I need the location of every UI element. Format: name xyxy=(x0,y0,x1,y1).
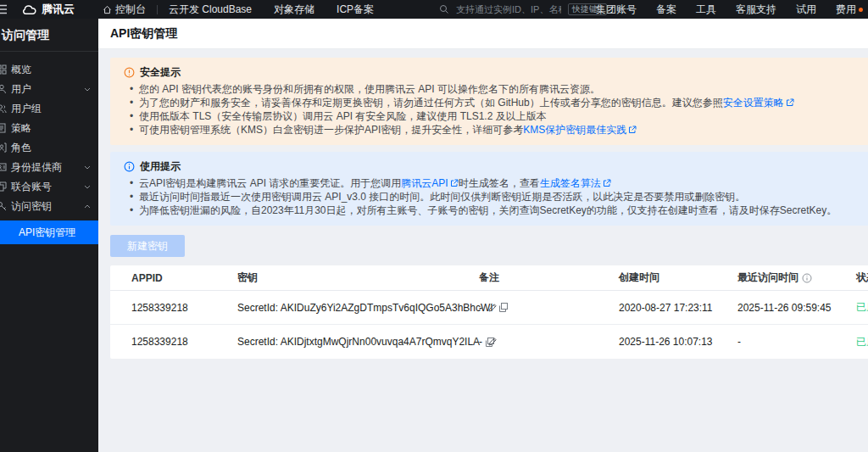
sidebar-item-label: 角色 xyxy=(11,141,31,155)
table-header-cell: 密钥 xyxy=(237,271,479,285)
notice-link[interactable]: 腾讯云API xyxy=(401,177,458,189)
sidebar-item[interactable]: 访问密钥 xyxy=(0,197,98,216)
nav-icp[interactable]: ICP备案 xyxy=(337,3,374,17)
chevron-up-icon xyxy=(84,204,91,209)
user-icon xyxy=(0,84,8,95)
sidebar-item[interactable]: 身份提供商 xyxy=(0,158,98,177)
external-link-icon xyxy=(784,97,794,109)
status-cell: 已启用 xyxy=(856,300,868,315)
menu-billing[interactable]: 费用 xyxy=(836,3,863,17)
topbar-right-menu: 集团账号 备案 工具 客服支持 试用 费用 xyxy=(596,3,868,17)
notice-link[interactable]: 生成签名算法 xyxy=(540,177,611,189)
sidebar-subitem-label: API密钥管理 xyxy=(19,226,75,240)
sidebar-item-api-key-management[interactable]: API密钥管理 xyxy=(0,220,98,244)
cloud-logo-icon xyxy=(22,4,37,15)
table-row: 1258339218SecretId: AKIDjtxtgMwQjrNn00vu… xyxy=(110,325,868,359)
appid-cell: 1258339218 xyxy=(131,336,237,348)
notice-link[interactable]: KMS保护密钥最佳实践 xyxy=(523,124,637,136)
usage-notice-title: 使用提示 xyxy=(140,159,181,174)
notice-bullet: 您的 API 密钥代表您的账号身份和所拥有的权限，使用腾讯云 API 可以操作您… xyxy=(130,82,868,96)
topbar-search[interactable]: 快捷键 / xyxy=(439,3,607,16)
notice-text: 可使用密钥管理系统（KMS）白盒密钥进一步保护API密钥，提升安全性，详细可参考 xyxy=(139,124,523,136)
notice-text: 使用低版本 TLS（安全传输层协议）调用云 API 有安全风险，建议使用 TLS… xyxy=(139,110,547,122)
notice-text: 云API密钥是构建腾讯云 API 请求的重要凭证。用于您调用 xyxy=(139,177,401,189)
secret-id-cell: SecretId: AKIDuZy6Yi2AZgDTmpsTv6qIQGo5A3… xyxy=(237,302,479,314)
edit-icon[interactable] xyxy=(487,337,498,347)
notice-bullet: 为了您的财产和服务安全，请妥善保存和定期更换密钥，请勿通过任何方式（如 GitH… xyxy=(130,96,868,109)
created-time-cell: 2020-08-27 17:23:11 xyxy=(619,302,737,314)
nav-console[interactable]: 控制台 xyxy=(103,3,146,17)
security-notice-title: 安全提示 xyxy=(140,65,181,80)
nav-cloudbase[interactable]: 云开发 CloudBase xyxy=(169,3,252,17)
search-input[interactable] xyxy=(454,3,563,15)
nav-object-storage[interactable]: 对象存储 xyxy=(274,3,314,17)
overview-icon xyxy=(0,64,8,75)
menu-tools[interactable]: 工具 xyxy=(696,3,716,17)
notice-link[interactable]: 安全设置策略 xyxy=(723,97,794,109)
sidebar-item[interactable]: 角色 xyxy=(0,138,98,158)
notice-bullet: 为降低密钥泄漏的风险，自2023年11月30日起，对所有主账号、子账号的密钥，关… xyxy=(130,204,868,217)
sidebar-item-label: 访问密钥 xyxy=(11,199,52,214)
sidebar-item[interactable]: 概览 xyxy=(0,60,98,80)
sidebar-item-label: 策略 xyxy=(11,121,31,136)
notification-dot xyxy=(859,8,863,12)
sidebar-item[interactable]: 联合账号 xyxy=(0,177,98,197)
topbar: 腾讯云 控制台 云开发 CloudBase 对象存储 ICP备案 快捷键 / 集… xyxy=(0,0,868,19)
identity-provider-icon xyxy=(0,162,8,173)
api-key-table: APPID密钥备注创建时间最近访问时间状态 1258339218SecretId… xyxy=(110,265,868,359)
table-header-row: APPID密钥备注创建时间最近访问时间状态 xyxy=(110,265,868,291)
table-body: 1258339218SecretId: AKIDuZy6Yi2AZgDTmpsT… xyxy=(110,291,868,359)
sidebar-item[interactable]: 用户组 xyxy=(0,99,98,119)
page-title: API密钥管理 xyxy=(110,26,177,42)
external-link-icon xyxy=(601,177,611,189)
table-header-cell: 备注 xyxy=(479,271,619,285)
content: 安全提示 您的 API 密钥代表您的账号身份和所拥有的权限，使用腾讯云 API … xyxy=(98,49,868,359)
home-icon xyxy=(103,5,112,14)
hamburger-menu-icon[interactable] xyxy=(0,4,7,14)
notice-text: 您的 API 密钥代表您的账号身份和所拥有的权限，使用腾讯云 API 可以操作您… xyxy=(139,83,600,95)
table-header-cell: 创建时间 xyxy=(619,271,737,285)
policy-icon xyxy=(0,123,8,134)
page-header: API密钥管理 xyxy=(98,19,868,49)
warning-circle-icon xyxy=(124,67,135,78)
role-icon xyxy=(0,142,8,153)
create-key-button[interactable]: 新建密钥 xyxy=(110,235,185,257)
notice-bullet: 最近访问时间指最近一次使用密钥调用云 API_v3.0 接口的时间。此时间仅供判… xyxy=(130,190,868,204)
sidebar: 访问管理 概览用户用户组策略角色身份提供商联合账号访问密钥 API密钥管理 xyxy=(0,19,98,452)
info-icon[interactable] xyxy=(802,273,812,283)
status-cell: 已启用 xyxy=(856,335,868,349)
main-area: API密钥管理 安全提示 您的 API 密钥代表您的账号身份和所拥有的权限，使用… xyxy=(98,19,868,452)
appid-cell: 1258339218 xyxy=(131,302,237,314)
sidebar-item[interactable]: 策略 xyxy=(0,119,98,138)
sidebar-menu: 概览用户用户组策略角色身份提供商联合账号访问密钥 xyxy=(0,52,98,216)
notice-bullet: 可使用密钥管理系统（KMS）白盒密钥进一步保护API密钥，提升安全性，详细可参考… xyxy=(130,123,868,137)
status-badge: 已启用 xyxy=(856,300,868,315)
sidebar-item-label: 用户组 xyxy=(11,102,42,116)
notice-bullet: 使用低版本 TLS（安全传输层协议）调用云 API 有安全风险，建议使用 TLS… xyxy=(130,109,868,123)
shortcut-badge: 快捷键 / xyxy=(568,3,607,15)
chevron-down-icon xyxy=(84,165,91,170)
topbar-nav: 控制台 云开发 CloudBase 对象存储 ICP备案 xyxy=(92,3,385,17)
remark-cell: - xyxy=(479,302,619,314)
remark-cell: - xyxy=(479,336,619,348)
notice-text: 时生成签名，查看 xyxy=(459,177,540,189)
menu-support[interactable]: 客服支持 xyxy=(736,3,776,17)
tencent-cloud-logo[interactable]: 腾讯云 xyxy=(22,2,75,17)
security-notice-header: 安全提示 xyxy=(124,65,868,80)
last-access-time-cell: 2025-11-26 09:59:45 xyxy=(737,302,856,314)
edit-icon[interactable] xyxy=(487,303,498,313)
access-key-icon xyxy=(0,201,8,212)
table-header-cell: 状态 xyxy=(856,271,868,285)
sidebar-item-label: 联合账号 xyxy=(11,180,52,194)
info-circle-icon xyxy=(124,161,135,172)
sidebar-item-label: 用户 xyxy=(11,82,31,97)
sidebar-item[interactable]: 用户 xyxy=(0,80,98,99)
created-time-cell: 2025-11-26 10:07:13 xyxy=(619,336,737,348)
sidebar-title: 访问管理 xyxy=(0,19,98,51)
external-link-icon xyxy=(448,177,459,189)
menu-trial[interactable]: 试用 xyxy=(796,3,816,17)
security-notice: 安全提示 您的 API 密钥代表您的账号身份和所拥有的权限，使用腾讯云 API … xyxy=(110,58,868,145)
status-badge: 已启用 xyxy=(856,335,868,349)
menu-beian[interactable]: 备案 xyxy=(656,3,676,17)
usage-notice-list: 云API密钥是构建腾讯云 API 请求的重要凭证。用于您调用腾讯云API时生成签… xyxy=(130,176,868,217)
